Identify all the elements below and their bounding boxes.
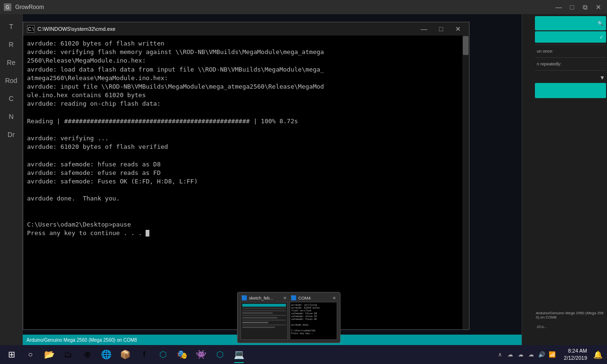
com4-preview[interactable]: avrdude: verifying avrdude: 61020 bytes … [290,302,337,340]
main-app-icon: G [4,3,11,11]
main-titlebar: G GrowRoom — □ ⧉ ✕ [0,0,607,14]
taskbar-icon-1[interactable]: 📂 [40,345,59,364]
systray: ∧ ☁ ☁ ☁ 🔊 📶 [492,350,560,359]
cmd-titlebar: C:\ C:\WINDOWS\system32\cmd.exe — □ ✕ [23,22,469,36]
cmd-window-title: C:\WINDOWS\system32\cmd.exe [37,26,414,32]
cmd-icon: C:\ [27,25,35,33]
systray-cloud1[interactable]: ☁ [506,350,515,359]
cmd-output: avrdude: 61020 bytes of flash written av… [27,39,465,237]
thumb-title-com4: 🟦 COM4 ✕ [290,295,337,300]
sidebar-icon-7[interactable]: Dr [3,126,20,143]
cmd-cursor [146,230,149,237]
taskbar-icon-store[interactable]: ⊕ [78,345,97,364]
divider-3 [535,70,606,71]
restore-button[interactable]: □ [567,2,577,12]
thumbnail-popup: 🟦 sketch_feb... ✕ [237,292,340,343]
com4-icon: 🟦 [291,295,296,300]
close-button[interactable]: ✕ [594,2,603,12]
cmd-scrollbar[interactable] [462,36,469,329]
status-text-2: 2Co... [535,323,607,331]
cmd-maximize-button[interactable]: □ [434,24,448,34]
growroom-panel: 🔍 ✓ un once: n repeatedly: ▼ Arduino/Gen… [522,14,607,345]
sidebar-top-icon[interactable]: T [3,18,20,35]
growroom-bar-2: ✓ [535,31,606,43]
systray-network[interactable]: 📶 [548,350,556,359]
thumb-title-sketch: 🟦 sketch_feb... ✕ [240,295,288,300]
com4-close-btn[interactable]: ✕ [332,296,336,300]
taskbar: ⊞ ○ 📂 🗂 ⊕ 🌐 📦 f ⬡ 🎭 👾 ⬡ 💻 ∧ ☁ ☁ ☁ 🔊 📶 8:… [0,345,607,364]
taskbar-icon-app2[interactable]: 🎭 [173,345,192,364]
taskbar-icon-chrome[interactable]: 🌐 [97,345,116,364]
taskbar-icon-cmd[interactable]: 💻 [230,345,248,364]
sidebar-icon-2[interactable]: R [3,36,20,53]
systray-cloud2[interactable]: ☁ [516,350,525,359]
sidebar-icon-5[interactable]: C [3,90,20,107]
search-button[interactable]: ○ [21,345,40,364]
sketch-preview[interactable] [240,302,288,340]
com4-thumbnail: avrdude: verifying avrdude: 61020 bytes … [290,302,337,339]
sketch-close-btn[interactable]: ✕ [283,296,287,300]
status-text-1: Arduino/Genuino Mega 2560 (Mega 2560) on… [534,309,607,321]
cmd-body[interactable]: avrdude: 61020 bytes of flash written av… [23,36,469,329]
sidebar-icon-3[interactable]: Re [3,54,20,71]
cmd-minimize-button[interactable]: — [417,24,431,34]
cmd-close-button[interactable]: ✕ [451,24,465,34]
run-repeatedly-label: n repeatedly: [534,60,607,68]
sketch-icon: 🟦 [241,295,247,300]
taskbar-icon-fb[interactable]: f [135,345,154,364]
run-once-label: un once: [534,47,607,55]
taskbar-icon-dropbox[interactable]: 📦 [116,345,135,364]
sidebar-icon-4[interactable]: Rod [3,72,20,89]
sketch-title-text: sketch_feb... [249,296,281,300]
sidebar-icon-6[interactable]: N [3,108,20,125]
systray-expand[interactable]: ∧ [496,350,504,359]
arduino-status-text: Arduino/Genuino Mega 2560 (Mega 2560) on… [27,337,137,343]
taskbar-clock[interactable]: 8:24 AM 2/12/2019 [560,347,591,362]
dropdown-arrow[interactable]: ▼ [534,74,607,81]
cmd-scrollbar-thumb[interactable] [463,36,469,55]
left-sidebar: T R Re Rod C N Dr [0,14,23,345]
minimize-button[interactable]: — [554,2,563,12]
taskbar-icon-app3[interactable]: 👾 [192,345,211,364]
start-button[interactable]: ⊞ [2,345,21,364]
desktop: G GrowRoom — □ ⧉ ✕ T R Re Rod C N Dr C:\… [0,0,607,364]
systray-volume[interactable]: 🔊 [537,350,546,359]
growroom-bar-1: 🔍 [535,16,606,30]
taskbar-icon-app4[interactable]: ⬡ [211,345,230,364]
sketch-thumbnail [241,302,287,339]
divider-1 [535,45,606,45]
main-window-title: GrowRoom [15,4,550,10]
taskbar-icon-app1[interactable]: ⬡ [154,345,173,364]
taskbar-icon-2[interactable]: 🗂 [59,345,78,364]
clock-time: 8:24 AM [568,347,587,355]
com4-title-text: COM4 [298,296,331,300]
clock-date: 2/12/2019 [564,355,587,362]
growroom-content: 🔍 ✓ un once: n repeatedly: ▼ Arduino/Gen… [534,14,607,345]
cmd-window: C:\ C:\WINDOWS\system32\cmd.exe — □ ✕ av… [23,22,469,330]
systray-cloud3[interactable]: ☁ [527,350,535,359]
notification-button[interactable]: 🔔 [591,345,605,364]
maximize-button[interactable]: ⧉ [580,2,590,12]
thumbnail-com4: 🟦 COM4 ✕ avrdude: verifying avrdude: 610… [290,295,337,340]
divider-2 [535,57,606,58]
thumbnail-sketch: 🟦 sketch_feb... ✕ [240,295,288,340]
growroom-action-btn[interactable] [535,83,606,98]
